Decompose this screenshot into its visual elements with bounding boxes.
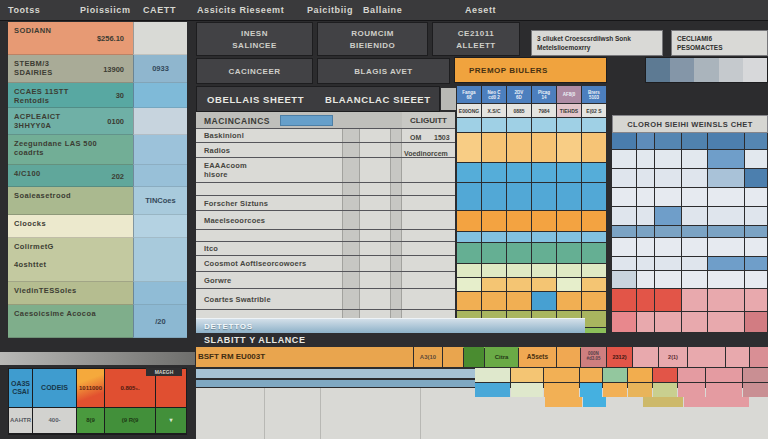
grid-cell[interactable]	[612, 169, 636, 187]
grid-cell[interactable]	[457, 183, 481, 210]
grid-cell[interactable]	[637, 312, 654, 332]
grid-cell[interactable]	[708, 271, 744, 288]
grid-cell[interactable]	[745, 207, 767, 225]
grid-cell[interactable]	[708, 188, 744, 206]
grid-cell[interactable]	[557, 133, 581, 162]
sidebar-row-subcell[interactable]	[133, 83, 187, 108]
cliguitt-header-cell[interactable]: CLIGUITT	[402, 112, 455, 129]
worksheet-row[interactable]: Coosmot Aoftlseorcowoers	[196, 256, 455, 272]
grid-cell[interactable]	[443, 347, 463, 367]
grid-cell[interactable]	[682, 312, 707, 332]
grid-cell[interactable]	[655, 257, 681, 270]
grid-cell[interactable]	[745, 271, 767, 288]
grid-cell[interactable]	[708, 169, 744, 187]
grid-cell[interactable]	[532, 243, 556, 263]
header-panel-blagis-avet[interactable]: BLAGIS AVET	[317, 58, 450, 84]
grid-cell[interactable]	[682, 257, 707, 270]
grid-cell[interactable]: 8(9	[77, 408, 104, 433]
grid-cell[interactable]	[637, 226, 654, 237]
column-header-cell[interactable]: Brers 5103	[582, 86, 606, 103]
grid-cell[interactable]	[507, 264, 531, 277]
grid-cell[interactable]	[582, 211, 606, 231]
grid-cell[interactable]	[582, 232, 606, 242]
grid-cell[interactable]	[582, 163, 606, 182]
grid-cell[interactable]: AAHTR	[9, 408, 32, 433]
grid-cell[interactable]	[637, 188, 654, 206]
sidebar-row-subcell[interactable]: TINCoes	[133, 187, 187, 215]
grid-cell[interactable]	[482, 211, 506, 231]
grid-cell[interactable]	[745, 188, 767, 206]
sidebar-row[interactable]: Zeegundane LAS 500 coadrts	[8, 135, 187, 165]
grid-cell[interactable]	[637, 169, 654, 187]
grid-cell[interactable]	[457, 232, 481, 242]
grid-cell[interactable]	[708, 150, 744, 168]
grid-cell[interactable]	[532, 292, 556, 310]
grid-cell[interactable]	[457, 211, 481, 231]
worksheet-row[interactable]: Maeelseoorcoes	[196, 211, 455, 230]
grid-cell[interactable]	[706, 368, 742, 382]
grid-cell[interactable]	[482, 243, 506, 263]
grid-cell[interactable]	[603, 383, 627, 397]
grid-cell[interactable]	[637, 150, 654, 168]
grid-cell[interactable]	[708, 289, 744, 311]
sidebar-row[interactable]: Caesoicsime Acocoa /20	[8, 305, 187, 338]
grid-cell[interactable]	[745, 312, 767, 332]
grid-cell[interactable]	[475, 383, 510, 397]
menu-item-cash[interactable]: CAETT	[143, 5, 176, 15]
grid-cell[interactable]	[745, 238, 767, 256]
grid-cell[interactable]	[557, 232, 581, 242]
grid-cell[interactable]	[682, 271, 707, 288]
worksheet-row[interactable]: Coartes Swatrible	[196, 289, 455, 310]
grid-cell[interactable]: 1011000	[77, 369, 104, 407]
worksheet-row[interactable]: Itco	[196, 242, 455, 256]
grid-cell[interactable]	[655, 150, 681, 168]
grid-cell[interactable]	[708, 207, 744, 225]
sidebar-row[interactable]: ACPLEAICT 3HHYY0A 0100	[8, 108, 187, 135]
grid-cell[interactable]	[507, 232, 531, 242]
menu-item-tools[interactable]: Tootss	[8, 5, 40, 15]
grid-cell[interactable]: 2(1)	[659, 347, 687, 367]
worksheet-row[interactable]	[196, 230, 455, 242]
header-panel-roumcim[interactable]: ROUMCIM BIEIENIDO	[317, 22, 428, 56]
grid-cell[interactable]	[628, 368, 652, 382]
grid-cell[interactable]	[507, 211, 531, 231]
grid-cell[interactable]	[457, 133, 481, 162]
grid-cell[interactable]	[544, 368, 579, 382]
grid-cell[interactable]	[511, 383, 543, 397]
grid-cell[interactable]	[655, 133, 681, 149]
grid-cell[interactable]	[580, 368, 602, 382]
grid-cell[interactable]	[532, 278, 556, 291]
grid-cell[interactable]	[655, 312, 681, 332]
grid-cell[interactable]	[582, 133, 606, 162]
grid-cell[interactable]: A5sets	[519, 347, 556, 367]
info-box-crossmatch[interactable]: 3 cliuket Croescsrdilwsh Sonk Metelslioe…	[531, 30, 663, 56]
sidebar-row-subcell[interactable]: 0933	[133, 55, 187, 83]
column-header-cell[interactable]: Neo C cd0 2	[482, 86, 506, 103]
grid-cell[interactable]	[464, 347, 484, 367]
grid-cell[interactable]	[682, 150, 707, 168]
grid-cell[interactable]: 2312)	[607, 347, 632, 367]
premop-biulers-banner[interactable]: PREMOP BIULERS	[454, 57, 607, 83]
grid-cell[interactable]	[612, 257, 636, 270]
grid-cell[interactable]	[482, 133, 506, 162]
grid-cell[interactable]	[745, 169, 767, 187]
grid-cell[interactable]	[532, 211, 556, 231]
grid-cell[interactable]	[557, 211, 581, 231]
grid-cell[interactable]	[482, 292, 506, 310]
sidebar-row[interactable]: Cloocks	[8, 215, 187, 238]
sidebar-row-subcell[interactable]	[133, 135, 187, 165]
grid-cell[interactable]	[482, 232, 506, 242]
grid-cell[interactable]	[637, 257, 654, 270]
column-header-cell[interactable]: Picag 14	[532, 86, 556, 103]
grid-cell[interactable]	[655, 271, 681, 288]
grid-cell[interactable]	[708, 226, 744, 237]
column-header-cell[interactable]: 2DV 6D	[507, 86, 531, 103]
grid-cell[interactable]	[612, 207, 636, 225]
menu-item-painting[interactable]: Paicitbiig	[307, 5, 353, 15]
header-panel-credit[interactable]: CE21011 ALLEETT	[432, 22, 520, 56]
grid-cell[interactable]	[682, 226, 707, 237]
grid-cell[interactable]	[637, 271, 654, 288]
grid-cell[interactable]	[612, 188, 636, 206]
grid-cell[interactable]: 400-	[33, 408, 76, 433]
sidebar-row-subcell[interactable]: /20	[133, 305, 187, 338]
